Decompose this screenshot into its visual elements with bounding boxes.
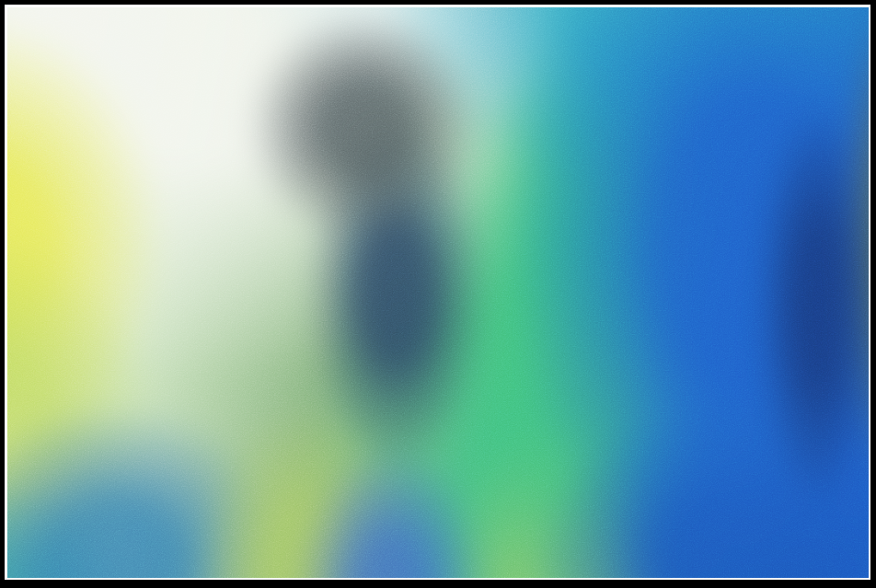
blurred-photo	[7, 7, 869, 578]
photo-mat	[5, 5, 870, 580]
gradient-layer	[7, 7, 869, 578]
photo-frame	[0, 0, 876, 588]
